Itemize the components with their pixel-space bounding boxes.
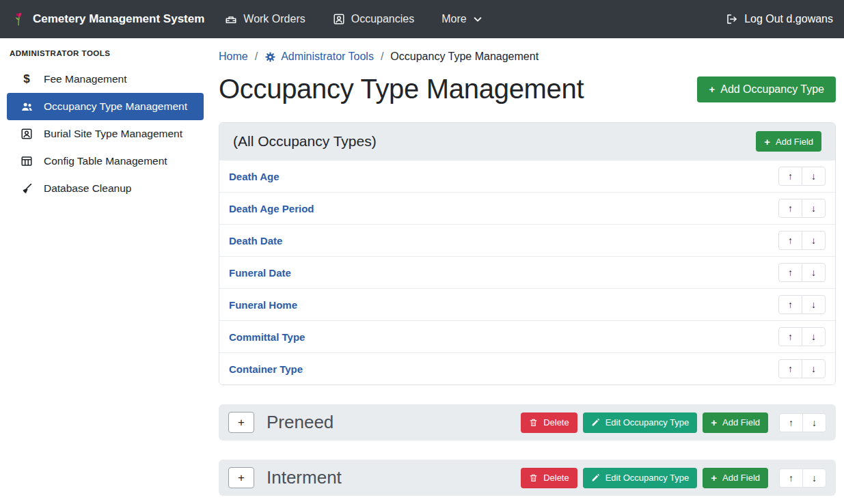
- top-navbar: Cemetery Management System Work Orders O…: [0, 0, 844, 38]
- move-up-button[interactable]: ↑: [779, 413, 803, 432]
- reorder-controls: ↑ ↓: [778, 231, 826, 250]
- field-link[interactable]: Death Age Period: [229, 203, 314, 214]
- move-down-button[interactable]: ↓: [802, 263, 826, 282]
- trash-icon: [529, 473, 538, 482]
- work-orders-icon: [225, 13, 237, 25]
- move-down-button[interactable]: ↓: [802, 468, 826, 488]
- move-down-button[interactable]: ↓: [802, 199, 826, 218]
- all-occupancy-types-header: (All Occupancy Types) + Add Field: [219, 123, 835, 160]
- add-field-label: Add Field: [722, 473, 760, 483]
- logout-label: Log Out d.gowans: [744, 13, 833, 25]
- field-row: Committal Type ↑ ↓: [219, 320, 835, 352]
- breadcrumb-administrator-tools[interactable]: Administrator Tools: [264, 51, 374, 63]
- field-link[interactable]: Funeral Home: [229, 299, 297, 311]
- move-down-button[interactable]: ↓: [802, 231, 826, 250]
- sidebar-item-config-table-management[interactable]: Config Table Management: [7, 148, 204, 175]
- sidebar-item-label: Database Cleanup: [44, 182, 131, 195]
- reorder-controls: ↑ ↓: [778, 327, 826, 346]
- edit-occupancy-type-label: Edit Occupancy Type: [605, 473, 690, 483]
- app-brand[interactable]: Cemetery Management System: [11, 12, 204, 27]
- plus-icon: +: [711, 417, 717, 428]
- move-up-button[interactable]: ↑: [778, 231, 802, 250]
- add-field-button[interactable]: + Add Field: [756, 131, 821, 152]
- reorder-controls: ↑ ↓: [778, 295, 826, 314]
- all-occupancy-types-card: (All Occupancy Types) + Add Field Death …: [219, 122, 836, 385]
- nav-occupancies[interactable]: Occupancies: [333, 13, 415, 25]
- trash-icon: [529, 418, 538, 427]
- nav-more[interactable]: More: [441, 13, 482, 25]
- occupancy-type-section-preneed: + Preneed Delete: [219, 404, 836, 440]
- sidebar-item-database-cleanup[interactable]: Database Cleanup: [7, 175, 204, 202]
- sidebar-item-label: Config Table Management: [44, 155, 167, 167]
- add-occupancy-type-button[interactable]: + Add Occupancy Type: [697, 76, 836, 102]
- move-up-button[interactable]: ↑: [779, 468, 803, 488]
- nav-more-label: More: [441, 13, 466, 25]
- field-row: Death Date ↑ ↓: [219, 224, 835, 256]
- nav-links: Work Orders Occupancies More: [225, 13, 482, 25]
- card-title: (All Occupancy Types): [233, 133, 377, 150]
- move-up-button[interactable]: ↑: [778, 327, 802, 346]
- field-link[interactable]: Death Age: [229, 171, 280, 182]
- breadcrumb-separator: /: [255, 51, 258, 63]
- delete-button[interactable]: Delete: [521, 412, 577, 433]
- field-link[interactable]: Committal Type: [229, 331, 305, 343]
- sidebar-item-fee-management[interactable]: $ Fee Management: [7, 66, 204, 93]
- edit-occupancy-type-button[interactable]: Edit Occupancy Type: [583, 468, 698, 488]
- nav-work-orders-label: Work Orders: [243, 13, 305, 25]
- sidebar-item-burial-site-type-management[interactable]: Burial Site Type Management: [7, 120, 204, 148]
- field-link[interactable]: Funeral Date: [229, 267, 291, 279]
- pencil-icon: [591, 473, 600, 482]
- sidebar: ADMINISTRATOR TOOLS $ Fee Management Occ…: [0, 38, 210, 504]
- section-header: + Interment Delete: [219, 460, 836, 496]
- section-actions: Delete Edit Occupancy Type + A: [521, 468, 826, 488]
- logout-button[interactable]: Log Out d.gowans: [726, 13, 833, 25]
- field-row: Death Age ↑ ↓: [219, 160, 835, 192]
- expand-button[interactable]: +: [228, 467, 254, 488]
- nav-occupancies-label: Occupancies: [351, 13, 415, 25]
- move-up-button[interactable]: ↑: [778, 263, 802, 282]
- section-title: Preneed: [267, 412, 508, 433]
- expand-button[interactable]: +: [228, 412, 254, 433]
- add-field-button[interactable]: + Add Field: [703, 468, 768, 488]
- edit-occupancy-type-label: Edit Occupancy Type: [605, 417, 690, 428]
- pencil-icon: [591, 418, 600, 427]
- app-title: Cemetery Management System: [33, 12, 204, 26]
- field-row: Death Age Period ↑ ↓: [219, 192, 835, 224]
- add-field-label: Add Field: [722, 417, 760, 428]
- delete-label: Delete: [543, 473, 569, 483]
- plus-icon: +: [709, 84, 715, 94]
- move-up-button[interactable]: ↑: [778, 167, 802, 186]
- move-down-button[interactable]: ↓: [802, 167, 826, 186]
- field-row: Container Type ↑ ↓: [219, 352, 835, 384]
- breadcrumb-current: Occupancy Type Management: [390, 51, 539, 63]
- move-down-button[interactable]: ↓: [802, 413, 826, 432]
- move-up-button[interactable]: ↑: [778, 295, 802, 314]
- move-up-button[interactable]: ↑: [778, 199, 802, 218]
- breadcrumb: Home / Administrator To: [219, 51, 836, 63]
- breadcrumb-administrator-tools-label: Administrator Tools: [281, 51, 374, 63]
- plus-icon: +: [764, 137, 770, 147]
- add-field-button[interactable]: + Add Field: [703, 412, 768, 433]
- move-down-button[interactable]: ↓: [802, 359, 826, 378]
- delete-label: Delete: [543, 417, 569, 428]
- field-link[interactable]: Death Date: [229, 235, 282, 247]
- reorder-controls: ↑ ↓: [779, 468, 826, 488]
- sidebar-item-label: Fee Management: [44, 73, 127, 85]
- reorder-controls: ↑ ↓: [778, 359, 826, 378]
- move-down-button[interactable]: ↓: [802, 327, 826, 346]
- main-content: Home / Administrator To: [210, 38, 844, 504]
- delete-button[interactable]: Delete: [521, 468, 577, 488]
- flower-logo-icon: [11, 12, 26, 27]
- edit-occupancy-type-button[interactable]: Edit Occupancy Type: [583, 412, 698, 433]
- move-down-button[interactable]: ↓: [802, 295, 826, 314]
- plus-icon: +: [711, 473, 717, 483]
- sidebar-item-occupancy-type-management[interactable]: Occupancy Type Management: [7, 93, 204, 120]
- gear-icon: [264, 51, 276, 63]
- field-link[interactable]: Container Type: [229, 363, 303, 375]
- nav-work-orders[interactable]: Work Orders: [225, 13, 305, 25]
- dollar-icon: $: [19, 72, 34, 86]
- move-up-button[interactable]: ↑: [778, 359, 802, 378]
- breadcrumb-home[interactable]: Home: [219, 51, 248, 63]
- page-title: Occupancy Type Management: [219, 74, 584, 104]
- reorder-controls: ↑ ↓: [779, 413, 826, 432]
